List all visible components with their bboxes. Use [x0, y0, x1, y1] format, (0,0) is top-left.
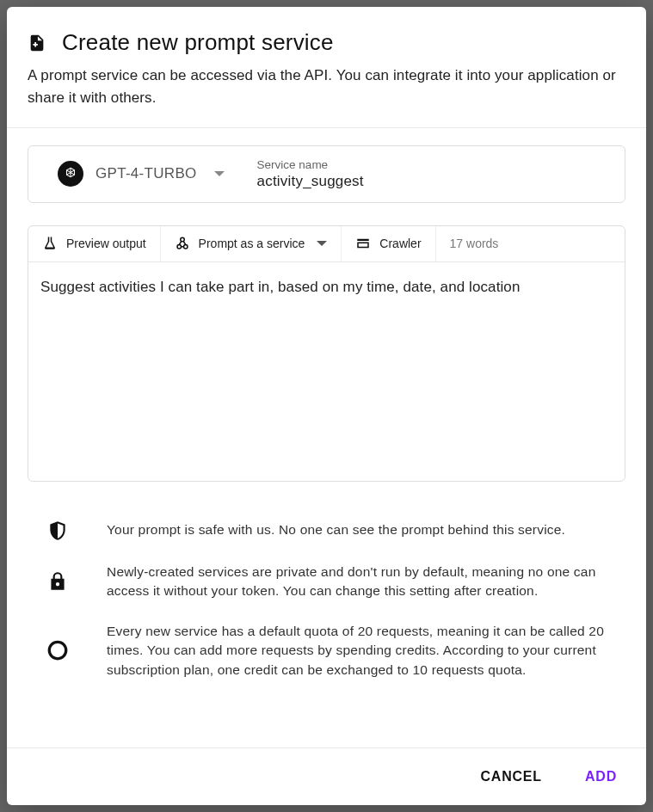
config-card: GPT-4-TURBO Service name [28, 145, 625, 203]
service-name-field: Service name [249, 158, 625, 190]
modal-footer: CANCEL ADD [7, 747, 646, 805]
word-count: 17 words [436, 226, 513, 261]
info-text: Your prompt is safe with us. No one can … [107, 520, 565, 539]
prompt-as-service-label: Prompt as a service [199, 237, 305, 250]
openai-icon [58, 161, 83, 187]
crawler-label: Crawler [379, 237, 421, 250]
svg-point-0 [177, 245, 182, 249]
svg-point-3 [49, 643, 66, 660]
prompt-as-service-button[interactable]: Prompt as a service [161, 226, 342, 261]
flask-icon [42, 236, 58, 251]
web-icon [355, 236, 371, 251]
info-item-quota: Every new service has a default quota of… [46, 622, 617, 680]
add-button[interactable]: ADD [578, 764, 624, 790]
editor-card: Preview output Prompt as a service Crawl… [28, 225, 625, 482]
shield-icon [46, 520, 69, 542]
word-count-text: 17 words [450, 237, 499, 250]
note-add-icon [28, 34, 46, 52]
svg-point-2 [180, 237, 184, 242]
crawler-button[interactable]: Crawler [342, 226, 435, 261]
title-row: Create new prompt service [28, 29, 625, 56]
info-item-privacy: Your prompt is safe with us. No one can … [46, 520, 617, 542]
cancel-button[interactable]: CANCEL [473, 764, 548, 790]
create-prompt-service-modal: Create new prompt service A prompt servi… [7, 7, 646, 805]
info-item-private: Newly-created services are private and d… [46, 563, 617, 601]
quota-icon [46, 639, 69, 661]
modal-title: Create new prompt service [62, 29, 334, 56]
service-name-input[interactable] [257, 173, 604, 190]
svg-point-1 [183, 245, 188, 249]
modal-body: GPT-4-TURBO Service name Preview output [7, 128, 646, 747]
info-list: Your prompt is safe with us. No one can … [28, 520, 625, 688]
webhook-icon [175, 236, 190, 251]
info-text: Every new service has a default quota of… [107, 622, 617, 680]
modal-subtitle: A prompt service can be accessed via the… [28, 65, 625, 110]
model-select[interactable]: GPT-4-TURBO [28, 161, 249, 187]
chevron-down-icon [317, 241, 327, 246]
preview-output-button[interactable]: Preview output [28, 226, 161, 261]
model-name: GPT-4-TURBO [95, 165, 197, 182]
lock-icon [46, 570, 69, 593]
prompt-textarea[interactable] [28, 262, 625, 477]
editor-toolbar: Preview output Prompt as a service Crawl… [28, 226, 625, 262]
info-text: Newly-created services are private and d… [107, 563, 617, 601]
modal-header: Create new prompt service A prompt servi… [7, 7, 646, 128]
service-name-label: Service name [257, 158, 604, 171]
chevron-down-icon [214, 171, 225, 176]
preview-output-label: Preview output [66, 237, 146, 250]
